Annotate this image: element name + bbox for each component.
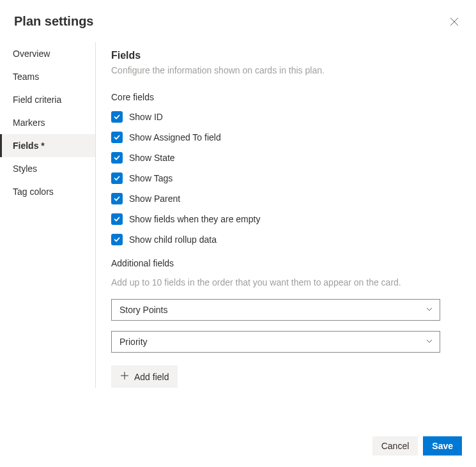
sidebar-item-fields[interactable]: Fields *	[0, 134, 95, 157]
check-icon	[113, 174, 121, 182]
core-field-row: Show fields when they are empty	[111, 213, 440, 225]
sidebar-item-field-criteria[interactable]: Field criteria	[0, 88, 95, 111]
section-description: Configure the information shown on cards…	[111, 65, 440, 75]
close-icon	[449, 17, 459, 27]
core-field-row: Show Parent	[111, 193, 440, 204]
checkbox-label: Show ID	[129, 112, 163, 122]
checkbox[interactable]	[111, 111, 123, 123]
checkbox-label: Show child rollup data	[129, 234, 217, 245]
core-field-row: Show State	[111, 152, 440, 164]
checkbox[interactable]	[111, 213, 123, 225]
check-icon	[113, 195, 121, 203]
field-select[interactable]: Priority	[111, 331, 440, 353]
dialog-footer: Cancel Save	[372, 436, 462, 456]
sidebar-item-teams[interactable]: Teams	[0, 65, 95, 88]
add-field-label: Add field	[134, 372, 169, 382]
checkbox[interactable]	[111, 172, 123, 184]
chevron-down-icon	[426, 337, 433, 347]
checkbox[interactable]	[111, 193, 123, 204]
settings-content: Fields Configure the information shown o…	[96, 42, 476, 388]
additional-fields-title: Additional fields	[111, 258, 440, 268]
sidebar-item-styles[interactable]: Styles	[0, 157, 95, 180]
add-field-button[interactable]: Add field	[111, 365, 178, 388]
checkbox[interactable]	[111, 132, 123, 143]
checkbox[interactable]	[111, 152, 123, 164]
close-button[interactable]	[447, 14, 462, 29]
check-icon	[113, 215, 121, 223]
page-title: Plan settings	[14, 14, 93, 29]
select-value: Priority	[119, 337, 148, 347]
settings-sidebar: OverviewTeamsField criteriaMarkersFields…	[0, 42, 96, 388]
core-field-row: Show Assigned To field	[111, 132, 440, 143]
cancel-button[interactable]: Cancel	[372, 436, 418, 456]
checkbox-label: Show fields when they are empty	[129, 214, 260, 224]
core-field-row: Show ID	[111, 111, 440, 123]
checkbox-label: Show State	[129, 153, 175, 163]
plus-icon	[120, 371, 129, 382]
core-field-row: Show Tags	[111, 172, 440, 184]
checkbox-label: Show Assigned To field	[129, 132, 221, 142]
field-select[interactable]: Story Points	[111, 299, 440, 321]
checkbox-label: Show Parent	[129, 194, 180, 204]
section-title: Fields	[111, 50, 440, 61]
checkbox[interactable]	[111, 234, 123, 245]
check-icon	[113, 113, 121, 121]
check-icon	[113, 236, 121, 243]
select-value: Story Points	[119, 305, 167, 315]
checkbox-label: Show Tags	[129, 173, 173, 183]
sidebar-item-markers[interactable]: Markers	[0, 111, 95, 134]
core-field-row: Show child rollup data	[111, 234, 440, 245]
save-button[interactable]: Save	[423, 436, 462, 456]
core-fields-title: Core fields	[111, 92, 440, 102]
sidebar-item-tag-colors[interactable]: Tag colors	[0, 180, 95, 203]
check-icon	[113, 154, 121, 162]
sidebar-item-overview[interactable]: Overview	[0, 42, 95, 65]
additional-fields-description: Add up to 10 fields in the order that yo…	[111, 277, 440, 287]
check-icon	[113, 134, 121, 141]
chevron-down-icon	[426, 305, 433, 315]
